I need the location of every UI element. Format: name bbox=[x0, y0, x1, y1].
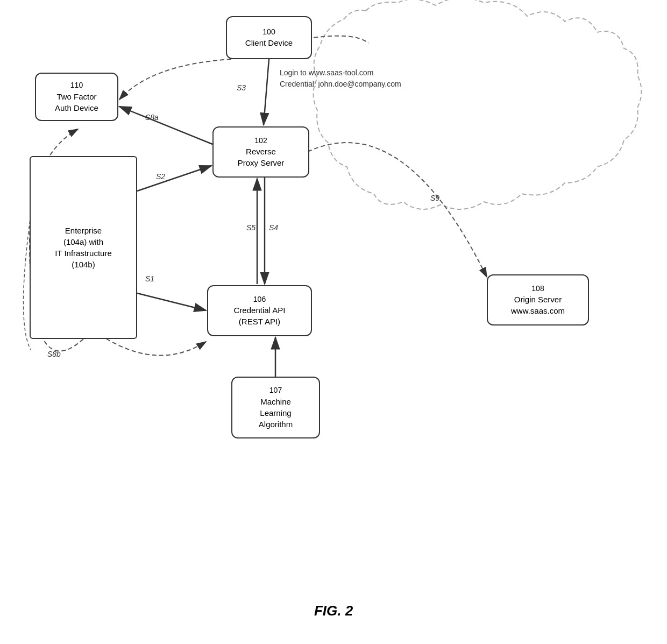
node-ml-id: 107 bbox=[269, 385, 282, 396]
node-two-factor: 110 Two FactorAuth Device bbox=[35, 73, 118, 121]
step-s1: S1 bbox=[145, 274, 154, 283]
node-twofactor-id: 110 bbox=[70, 80, 83, 91]
svg-line-5 bbox=[137, 166, 211, 191]
node-client-device: 100 Client Device bbox=[226, 16, 312, 59]
node-credential-api: 106 Credential API(REST API) bbox=[207, 285, 312, 336]
node-proxy-label: ReverseProxy Server bbox=[238, 146, 285, 168]
node-proxy-id: 102 bbox=[254, 136, 267, 146]
node-ml-label: MachineLearningAlgorithm bbox=[259, 396, 293, 430]
node-client-label: Client Device bbox=[245, 37, 293, 48]
step-s3: S3 bbox=[237, 83, 246, 92]
step-s4: S4 bbox=[269, 223, 278, 232]
diagram: 100 Client Device 110 Two FactorAuth Dev… bbox=[0, 0, 667, 592]
step-s8b: S8b bbox=[47, 350, 61, 358]
fig-caption: FIG. 2 bbox=[0, 597, 667, 619]
node-origin-id: 108 bbox=[531, 284, 544, 294]
step-s8a: S8a bbox=[145, 113, 159, 122]
node-api-id: 106 bbox=[253, 294, 266, 305]
node-origin-label: Origin Serverwww.saas.com bbox=[511, 294, 565, 316]
node-twofactor-label: Two FactorAuth Device bbox=[55, 91, 98, 114]
node-origin-server: 108 Origin Serverwww.saas.com bbox=[487, 274, 589, 325]
node-api-label: Credential API(REST API) bbox=[234, 305, 286, 327]
node-ml-algo: 107 MachineLearningAlgorithm bbox=[231, 377, 320, 438]
step-s9: S9 bbox=[430, 194, 439, 202]
login-info-label: Login to www.saas-tool.comCredential: jo… bbox=[280, 67, 441, 90]
node-client-id: 100 bbox=[262, 27, 275, 38]
step-s5: S5 bbox=[246, 223, 256, 232]
svg-line-8 bbox=[137, 293, 206, 310]
node-enterprise-label: Enterprise(104a) withIT Infrastructure(1… bbox=[55, 225, 112, 270]
cloud-shape bbox=[314, 0, 642, 209]
step-s2: S2 bbox=[156, 172, 165, 181]
node-reverse-proxy: 102 ReverseProxy Server bbox=[212, 126, 309, 178]
svg-line-3 bbox=[264, 59, 269, 125]
node-enterprise: Enterprise(104a) withIT Infrastructure(1… bbox=[30, 156, 137, 339]
svg-line-4 bbox=[119, 107, 212, 144]
